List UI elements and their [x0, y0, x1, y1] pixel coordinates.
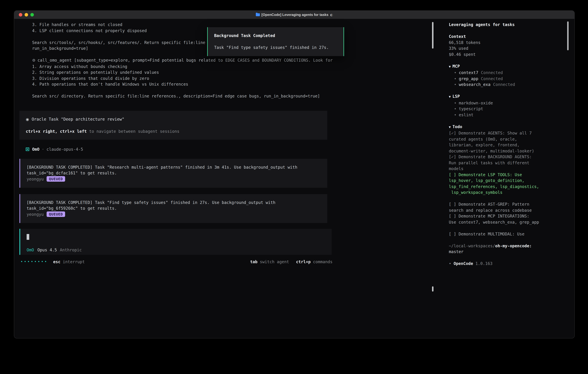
tab-key-label: switch agent — [260, 259, 289, 265]
ctrl-p-key-hint: ctrl+p — [296, 259, 311, 265]
navigation-hint: ctrl+x right, ctrl+x left to navigate be… — [26, 128, 321, 134]
context-spent: $0.46 spent — [449, 51, 569, 57]
window-title: [OpenCode] Leveraging agents for tasks — [262, 13, 328, 17]
traffic-lights — [19, 11, 34, 19]
mcp-item: •websearch_exaConnected — [449, 82, 569, 87]
workspace-info: ~/local-workspaces/oh-my-opencode: maste… — [449, 243, 569, 255]
bullet-icon: • — [454, 76, 456, 81]
input-meta: OmO Opus 4.5 Anthropic — [27, 247, 325, 253]
todo-item: [ ] Demonstrate LSP TOOLS: Use lsp_hover… — [449, 172, 569, 195]
lsp-name: eslint — [459, 112, 473, 117]
progress-moon-icon: ◐ — [330, 13, 333, 17]
workspace-path: ~/local-workspaces/ — [449, 243, 495, 248]
titlebar: [OpenCode] Leveraging agents for tasks ◐ — [14, 11, 574, 19]
window-title-group: [OpenCode] Leveraging agents for tasks ◐ — [256, 13, 333, 17]
bullet-icon: • — [454, 112, 456, 117]
lsp-name: markdown-oxide — [459, 101, 493, 105]
input-model-name: Opus 4.5 — [37, 247, 57, 253]
prompt-input[interactable]: OmO Opus 4.5 Anthropic — [19, 229, 332, 255]
desktop: [OpenCode] Leveraging agents for tasks ◐… — [0, 0, 588, 374]
oracle-task-title-row: ◉Oracle Task "Deep architecture review" — [26, 116, 321, 122]
context-heading: Context — [449, 33, 569, 40]
tab-key-hint: tab — [250, 259, 258, 265]
agent-header: OmO · claude-opus-4-5 — [26, 146, 441, 152]
mcp-heading: ▼MCP — [449, 63, 569, 70]
esc-key-hint: esc — [53, 259, 61, 265]
tool-call-text: call_omo_agent [subagent_type=explore, p… — [37, 58, 333, 62]
app-version-footer: •OpenCode1.0.163 — [449, 261, 569, 267]
mcp-section: ▼MCP •context7Connected •grep_appConnect… — [449, 63, 569, 87]
hint-keys: ctrl+x right, ctrl+x left — [26, 129, 87, 134]
lsp-item: •markdown-oxide — [449, 100, 569, 106]
context-section: Context 66,518 tokens 33% used $0.46 spe… — [449, 33, 569, 57]
toast-body: Task "Find type safety issues" finished … — [214, 44, 337, 51]
message-text: [BACKGROUND TASK COMPLETED] Task "Find t… — [27, 199, 322, 211]
lsp-section: ▼LSP •markdown-oxide •typescript •eslint — [449, 94, 569, 118]
mcp-status: Connected — [481, 70, 503, 75]
sidebar-scrollbar-thumb[interactable] — [567, 21, 569, 50]
todo-section: ▼Todo [✓] Demonstrate AGENTS: Show all 7… — [449, 124, 569, 237]
minimize-button[interactable] — [25, 13, 28, 17]
gear-icon: ⚙ — [32, 58, 35, 62]
spinner-dots-icon: •••••••• — [21, 259, 48, 265]
collapse-triangle-icon: ▼ — [449, 95, 451, 99]
bullet-icon: • — [454, 82, 456, 87]
message-meta: yeongyu QUEUED — [27, 176, 322, 182]
message-card: [BACKGROUND TASK COMPLETED] Task "Resear… — [19, 159, 327, 187]
context-used: 33% used — [449, 45, 569, 51]
close-button[interactable] — [19, 13, 22, 17]
todo-item: [✓] Demonstrate AGENTS: Show all 7 curat… — [449, 130, 569, 154]
todo-list: [✓] Demonstrate AGENTS: Show all 7 curat… — [449, 130, 569, 237]
mcp-name: websearch_exa — [459, 82, 491, 87]
tool-call-line: ⚙call_omo_agent [subagent_type=explore, … — [32, 57, 441, 63]
input-agent-name: OmO — [27, 247, 34, 253]
workspace-path-line: ~/local-workspaces/oh-my-opencode: — [449, 243, 569, 249]
folder-icon — [256, 13, 260, 16]
oracle-task-panel: ◉Oracle Task "Deep architecture review" … — [19, 111, 327, 140]
mcp-name: grep_app — [459, 76, 478, 81]
terminal-main-pane: 3. File handles or streams not closed 4.… — [14, 19, 441, 338]
workspace-branch: master — [449, 249, 569, 255]
ctrl-p-key-label: commands — [313, 259, 333, 265]
mcp-status: Connected — [493, 82, 515, 87]
agent-model: claude-opus-4-5 — [46, 146, 83, 152]
lsp-item: •eslint — [449, 112, 569, 118]
log-block-2: 1. Array access without bounds checking … — [32, 63, 441, 99]
notification-toast: Background Task Completed Task "Find typ… — [207, 27, 344, 56]
main-scrollbar-thumb[interactable] — [432, 22, 433, 49]
lsp-list: •markdown-oxide •typescript •eslint — [449, 100, 569, 118]
separator-dot: · — [42, 146, 44, 152]
context-tokens: 66,518 tokens — [449, 40, 569, 45]
bullet-icon: • — [454, 106, 456, 111]
todo-item: [✓] Demonstrate BACKGROUND AGENTS: Run p… — [449, 154, 569, 172]
collapse-triangle-icon: ▼ — [449, 65, 451, 68]
input-provider-name: Anthropic — [60, 247, 82, 253]
agent-checkbox-icon — [26, 148, 29, 151]
bullet-icon: • — [454, 70, 456, 75]
message-user: yeongyu — [27, 211, 44, 217]
workspace-repo: oh-my-opencode: — [495, 243, 532, 248]
maximize-button[interactable] — [30, 13, 34, 17]
message-meta: yeongyu QUEUED — [27, 211, 322, 217]
opencode-window: [OpenCode] Leveraging agents for tasks ◐… — [14, 10, 575, 338]
text-cursor — [27, 234, 29, 240]
oracle-task-title: Oracle Task "Deep architecture review" — [32, 117, 125, 121]
lsp-item: •typescript — [449, 106, 569, 112]
agent-name: OmO — [32, 146, 40, 152]
message-text: [BACKGROUND TASK COMPLETED] Task "Resear… — [27, 164, 322, 176]
app-name: OpenCode — [454, 261, 473, 266]
status-badge: QUEUED — [47, 212, 65, 217]
todo-item: [ ] Demonstrate MULTIMODAL: Use — [449, 231, 569, 237]
session-title: Leveraging agents for tasks — [449, 22, 569, 28]
mcp-status: Connected — [481, 76, 503, 81]
mcp-name: context7 — [459, 70, 478, 75]
esc-key-label: interrupt — [63, 259, 85, 265]
mcp-list: •context7Connected •grep_appConnected •w… — [449, 70, 569, 87]
record-circle-icon: ◉ — [26, 117, 29, 121]
todo-item: [ ] Demonstrate MCP INTEGRATIONS: Use co… — [449, 213, 569, 225]
main-scrollbar-mark[interactable] — [432, 286, 433, 291]
collapse-triangle-icon: ▼ — [449, 125, 451, 129]
todo-item: [ ] Demonstrate AST-GREP: Pattern search… — [449, 201, 569, 213]
hint-text: to navigate between subagent sessions — [87, 129, 179, 134]
toast-title: Background Task Completed — [214, 33, 337, 39]
